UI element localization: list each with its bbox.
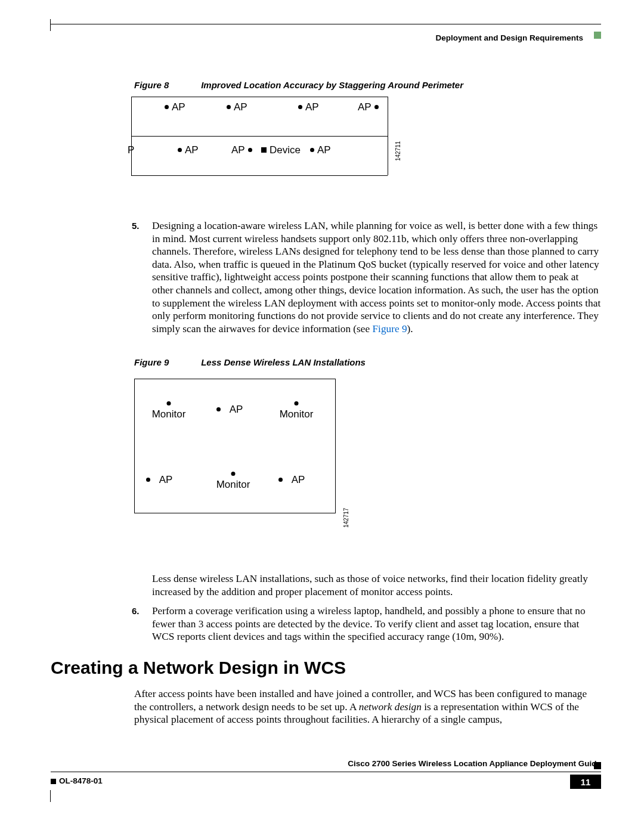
step-5-text-a: Designing a location-aware wireless LAN,… — [152, 220, 600, 335]
section-heading: Creating a Network Design in WCS — [51, 658, 346, 678]
footer-doc-title: Cisco 2700 Series Wireless Location Appl… — [348, 759, 601, 768]
fig8-ap: AP — [358, 101, 371, 113]
page: Deployment and Design Requirements Figur… — [0, 0, 644, 833]
figure-9-label: Figure 9 — [134, 357, 199, 367]
running-header: Deployment and Design Requirements — [435, 33, 583, 42]
after-figure-9-para: Less dense wireless LAN installations, s… — [152, 572, 601, 598]
fig8-device: Device — [270, 144, 301, 156]
step-5-number: 5. — [132, 221, 140, 232]
fig8-p: P — [128, 144, 134, 156]
after-figure-9-text: Less dense wireless LAN installations, s… — [134, 572, 601, 598]
footer-doc-number: OL-8478-01 — [59, 776, 103, 785]
figure-8-id: 142711 — [395, 141, 401, 161]
figure-9-id: 142717 — [343, 508, 349, 528]
fig8-ap: AP — [185, 144, 199, 156]
after-heading-italic: network design — [359, 701, 422, 713]
fig8-ap: AP — [172, 101, 185, 113]
fig8-ap: AP — [317, 144, 331, 156]
step-5-text: Designing a location-aware wireless LAN,… — [152, 219, 601, 335]
after-heading-text: After access points have been installed … — [134, 688, 601, 726]
step-6-number: 6. — [132, 606, 140, 617]
figure-8-title: Improved Location Accuracy by Staggering… — [201, 80, 463, 90]
fig9-ap: AP — [283, 474, 313, 486]
footer-rule — [51, 772, 601, 772]
figure-9-diagram: Monitor AP Monitor AP Monitor AP — [134, 379, 352, 531]
fig8-ap: AP — [231, 144, 245, 156]
figure-8-caption: Figure 8 Improved Location Accuracy by S… — [134, 80, 463, 90]
crop-tick-bottom-left — [50, 790, 51, 802]
figure-9-title: Less Dense Wireless LAN Installations — [201, 357, 366, 367]
step-5-text-b: ). — [407, 323, 413, 335]
fig9-ap: AP — [151, 474, 181, 486]
figure-9-caption: Figure 9 Less Dense Wireless LAN Install… — [134, 357, 366, 367]
footer-square-marker-right — [594, 762, 601, 769]
fig8-ap: AP — [234, 101, 247, 113]
figure-8-diagram: AP AP AP AP P AP AP Device AP 142711 — [131, 94, 417, 181]
fig9-monitor: Monitor — [273, 408, 320, 420]
fig9-monitor: Monitor — [145, 408, 193, 420]
footer-square-marker-left — [51, 779, 56, 784]
fig9-monitor: Monitor — [209, 479, 257, 491]
figure-8-label: Figure 8 — [134, 80, 199, 90]
step-6-text: Perform a coverage verification using a … — [152, 605, 601, 643]
fig8-ap: AP — [305, 101, 319, 113]
fig9-ap: AP — [221, 404, 251, 416]
step-6-block: 6. Perform a coverage verification using… — [134, 605, 601, 643]
content-area: Deployment and Design Requirements Figur… — [51, 24, 601, 797]
step-5-block: 5. Designing a location-aware wireless L… — [134, 219, 601, 335]
crop-tick-top-left — [50, 19, 51, 31]
header-square-marker — [594, 32, 601, 39]
page-number: 11 — [570, 775, 601, 789]
header-rule — [51, 24, 601, 24]
figure-9-link[interactable]: Figure 9 — [373, 323, 407, 335]
